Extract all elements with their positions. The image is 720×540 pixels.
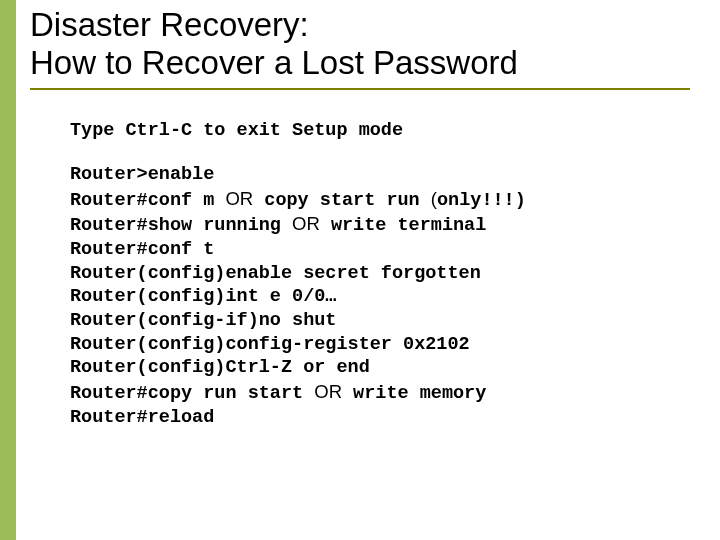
instruction-line: Type Ctrl-C to exit Setup mode	[70, 120, 670, 141]
title-block: Disaster Recovery: How to Recover a Lost…	[30, 6, 690, 90]
slide: Disaster Recovery: How to Recover a Lost…	[0, 0, 720, 540]
cmd-line: Router#reload	[70, 406, 670, 430]
title-line-2: How to Recover a Lost Password	[30, 44, 518, 81]
cmd-line: Router#conf t	[70, 238, 670, 262]
cmd-line: Router(config)config-register 0x2102	[70, 333, 670, 357]
accent-bar	[0, 0, 16, 540]
title-line-1: Disaster Recovery:	[30, 6, 309, 43]
title-underline	[30, 88, 690, 90]
cmd-line: Router(config-if)no shut	[70, 309, 670, 333]
cmd-line: Router#conf m OR copy start run (only!!!…	[70, 187, 670, 213]
cmd-line: Router#show running OR write terminal	[70, 212, 670, 238]
body-block: Type Ctrl-C to exit Setup mode Router>en…	[70, 120, 670, 429]
cmd-line: Router(config)Ctrl-Z or end	[70, 356, 670, 380]
slide-title: Disaster Recovery: How to Recover a Lost…	[30, 6, 690, 86]
cmd-line: Router#copy run start OR write memory	[70, 380, 670, 406]
cmd-line: Router>enable	[70, 163, 670, 187]
cmd-line: Router(config)int e 0/0…	[70, 285, 670, 309]
command-list: Router>enable Router#conf m OR copy star…	[70, 163, 670, 429]
cmd-line: Router(config)enable secret forgotten	[70, 262, 670, 286]
